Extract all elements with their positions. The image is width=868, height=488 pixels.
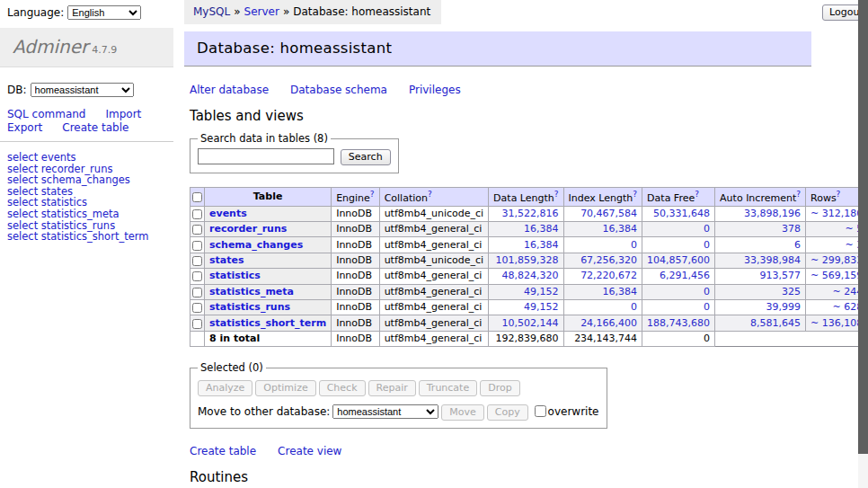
- breadcrumb-server-link[interactable]: Server: [244, 5, 279, 18]
- table-link-statistics-short-term[interactable]: statistics_short_term: [209, 317, 326, 329]
- sidebar-divider: [0, 141, 173, 142]
- sidebar-menu-line: SQL commandImport: [7, 108, 173, 121]
- adminer-screen: Language:English Adminer4.7.9 DB:homeass…: [0, 0, 868, 488]
- menu-link-create-table[interactable]: Create table: [62, 121, 128, 134]
- sidebar-link-select-statistics-meta[interactable]: select statistics_meta: [7, 209, 173, 220]
- table-link-recorder-runs[interactable]: recorder_runs: [209, 223, 287, 235]
- help-icon[interactable]: ?: [554, 190, 559, 199]
- menu-link-import[interactable]: Import: [105, 108, 141, 120]
- data_length-cell: 10,502,144: [489, 315, 563, 331]
- create-create-view[interactable]: Create view: [278, 445, 341, 457]
- column-label: Data Length: [493, 192, 554, 204]
- collation-cell: utf8mb4_general_ci: [379, 237, 488, 253]
- row-checkbox-schema-changes[interactable]: [192, 241, 202, 251]
- auto_increment-cell: 8,581,645: [715, 315, 806, 331]
- row-checkbox-statistics-meta[interactable]: [192, 288, 202, 297]
- breadcrumb-mysql-link[interactable]: MySQL: [193, 5, 230, 18]
- tables-and-views-heading: Tables and views: [190, 108, 824, 124]
- analyze-button[interactable]: Analyze: [198, 380, 252, 396]
- language-select[interactable]: English: [67, 5, 141, 20]
- collation-cell: utf8mb4_general_ci: [379, 269, 488, 284]
- row-checkbox-statistics-short-term[interactable]: [192, 319, 202, 329]
- truncate-button[interactable]: Truncate: [419, 380, 477, 396]
- row-checkbox-states[interactable]: [192, 256, 202, 266]
- content: MySQL»Server»Database: homeassistant Log…: [184, 0, 824, 488]
- db-select[interactable]: homeassistant: [31, 83, 134, 97]
- table-link-schema-changes[interactable]: schema_changes: [209, 239, 303, 251]
- table-link-states[interactable]: states: [209, 254, 244, 266]
- data_free-cell: 50,331,648: [642, 206, 715, 221]
- row-checkbox-events[interactable]: [192, 209, 202, 219]
- help-icon[interactable]: ?: [837, 190, 841, 199]
- search-button[interactable]: Search: [341, 149, 391, 165]
- page-title: Database: homeassistant: [184, 31, 811, 67]
- table-row: statistics_runsInnoDButf8mb4_general_ci4…: [190, 300, 868, 315]
- help-icon[interactable]: ?: [428, 190, 432, 199]
- column-label: Engine: [336, 192, 370, 204]
- select-all-checkbox[interactable]: [192, 192, 202, 202]
- collation-cell: utf8mb4_general_ci: [379, 284, 488, 299]
- breadcrumb: MySQL»Server»Database: homeassistant: [184, 0, 441, 24]
- move-label: Move to other database:: [198, 405, 330, 418]
- db-action-privileges[interactable]: Privileges: [409, 84, 461, 96]
- table-link-statistics-meta[interactable]: statistics_meta: [209, 286, 294, 297]
- move-button[interactable]: Move: [441, 404, 484, 421]
- engine-cell: InnoDB: [332, 253, 379, 268]
- table-link-statistics[interactable]: statistics: [209, 270, 261, 281]
- sidebar-link-select-schema-changes[interactable]: select schema_changes: [7, 174, 173, 186]
- table-name-cell: events: [205, 206, 332, 221]
- create-create-table[interactable]: Create table: [190, 445, 256, 457]
- app-banner: Adminer4.7.9: [0, 28, 173, 67]
- data_free-cell: 0: [642, 222, 715, 237]
- table-link-statistics-runs[interactable]: statistics_runs: [209, 301, 290, 313]
- help-icon[interactable]: ?: [796, 190, 801, 199]
- routines-heading: Routines: [190, 469, 824, 485]
- engine-cell: InnoDB: [332, 300, 379, 315]
- table-link-events[interactable]: events: [209, 208, 247, 219]
- column-header-engine: Engine?: [332, 188, 379, 207]
- column-label: Rows: [810, 192, 837, 204]
- overwrite-label[interactable]: overwrite: [535, 405, 599, 418]
- row-checkbox-recorder-runs[interactable]: [192, 225, 202, 235]
- move-buttons: MoveCopy: [441, 405, 530, 418]
- repair-button[interactable]: Repair: [368, 380, 416, 396]
- overwrite-checkbox[interactable]: [535, 405, 546, 417]
- data_free-cell: 0: [642, 237, 715, 253]
- scrollbar-thumb[interactable]: [858, 0, 868, 454]
- index_length-cell: 72,220,672: [563, 269, 642, 284]
- sidebar-link-select-statistics-short-term[interactable]: select statistics_short_term: [7, 231, 173, 243]
- table-row: statistics_metaInnoDButf8mb4_general_ci4…: [190, 284, 868, 299]
- index_length-cell: 16,384: [563, 222, 642, 237]
- optimize-button[interactable]: Optimize: [255, 380, 315, 396]
- row-checkbox-statistics[interactable]: [192, 271, 202, 281]
- menu-link-export[interactable]: Export: [7, 121, 42, 134]
- data_length-cell: 49,152: [489, 300, 563, 315]
- move-db-select[interactable]: homeassistant: [332, 404, 438, 419]
- db-action-database-schema[interactable]: Database schema: [290, 84, 387, 96]
- row-checkbox-cell: [190, 269, 205, 284]
- copy-button[interactable]: Copy: [487, 404, 528, 421]
- menu-link-sql-command[interactable]: SQL command: [7, 108, 85, 120]
- column-header-data-length: Data Length?: [489, 188, 563, 207]
- db-action-alter-database[interactable]: Alter database: [190, 84, 269, 96]
- sidebar-link-select-events[interactable]: select events: [7, 152, 173, 164]
- data_length-cell: 16,384: [489, 237, 563, 253]
- vertical-scrollbar[interactable]: [858, 0, 868, 488]
- data_length-cell: 49,152: [489, 284, 563, 299]
- help-icon[interactable]: ?: [633, 190, 637, 199]
- sidebar-menu: SQL commandImportExportCreate table: [7, 108, 173, 135]
- column-label: Data Free: [647, 192, 695, 204]
- index_length-cell: 16,384: [563, 284, 642, 299]
- move-row: Move to other database:homeassistantMove…: [198, 404, 599, 421]
- drop-button[interactable]: Drop: [480, 380, 519, 396]
- totals-row: 8 in totalInnoDButf8mb4_general_ci192,83…: [190, 331, 868, 346]
- help-icon[interactable]: ?: [370, 190, 375, 199]
- search-input[interactable]: [198, 148, 334, 164]
- help-icon[interactable]: ?: [695, 190, 699, 199]
- row-checkbox-cell: [190, 315, 205, 331]
- row-checkbox-cell: [190, 253, 205, 268]
- check-button[interactable]: Check: [319, 380, 366, 396]
- row-checkbox-cell: [190, 300, 205, 315]
- collation-cell: utf8mb4_unicode_ci: [379, 206, 488, 221]
- row-checkbox-statistics-runs[interactable]: [192, 303, 202, 313]
